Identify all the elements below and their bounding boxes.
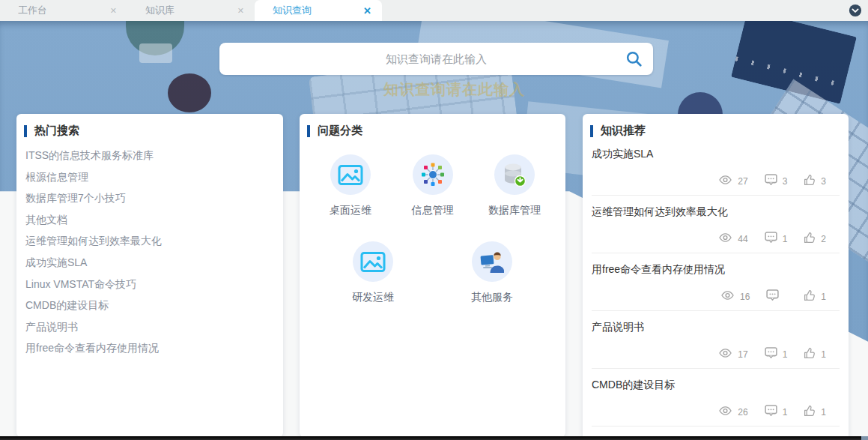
hot-search-item[interactable]: CMDB的建设目标 [25, 295, 274, 316]
like-count[interactable]: 1 [804, 347, 826, 361]
stat-value: 27 [738, 176, 747, 187]
thumbs-up-icon [804, 289, 816, 304]
category-item[interactable]: 其他服务 [458, 241, 526, 304]
comment-icon [766, 289, 779, 304]
tab-label: 知识查询 [273, 4, 362, 17]
plant-pot-decor [139, 43, 172, 63]
recommend-item: 成功实施SLA2733 [583, 138, 849, 195]
search-icon[interactable] [625, 50, 643, 67]
view-count[interactable]: 26 [718, 406, 747, 418]
hot-search-card: 热门搜索 ITSS的信息技术服务标准库根源信息管理数据库管理7个小技巧其他文档运… [16, 114, 283, 437]
category-item[interactable]: 研发运维 [339, 241, 407, 304]
stat-value: 17 [738, 349, 747, 360]
network-icon[interactable] [413, 154, 453, 195]
card-title: 问题分类 [318, 124, 362, 138]
search-input[interactable] [219, 43, 653, 75]
recommend-item: 用free命令查看内存使用情况161 [583, 253, 849, 310]
like-count[interactable]: 1 [804, 405, 826, 419]
stat-value: 1 [783, 234, 788, 244]
recommend-item-title[interactable]: CMDB的建设目标 [592, 379, 826, 392]
recommend-item-title[interactable]: 产品说明书 [592, 321, 826, 334]
picture-icon[interactable] [353, 241, 393, 282]
search-bar [219, 43, 653, 75]
view-count[interactable]: 16 [720, 290, 750, 303]
thumbs-up-icon [804, 405, 816, 419]
recommend-card: 知识推荐 成功实施SLA2733运维管理如何达到效率最大化4412用free命令… [583, 114, 849, 440]
stat-value: 16 [740, 292, 750, 302]
stat-value: 1 [821, 349, 826, 360]
tab-close-icon[interactable]: ✕ [236, 6, 246, 16]
comment-count[interactable]: 1 [765, 405, 788, 419]
categories-card: 问题分类 桌面运维信息管理数据库管理 研发运维其他服务 [300, 114, 565, 437]
category-label: 其他服务 [471, 291, 513, 304]
eye-icon [718, 348, 732, 361]
card-header: 知识推荐 [583, 114, 849, 138]
recommend-item-stats: 161 [592, 289, 826, 304]
category-row: 桌面运维信息管理数据库管理 [300, 154, 565, 217]
hot-search-item[interactable]: 产品说明书 [25, 316, 274, 338]
view-count[interactable]: 44 [718, 232, 747, 245]
chevron-down-icon[interactable] [849, 4, 862, 17]
comment-icon [765, 347, 777, 361]
view-count[interactable]: 27 [718, 175, 747, 187]
category-label: 桌面运维 [330, 204, 371, 217]
recommend-list: 成功实施SLA2733运维管理如何达到效率最大化4412用free命令查看内存使… [583, 138, 849, 440]
thumbs-up-icon [804, 174, 816, 188]
hot-search-item[interactable]: 成功实施SLA [25, 252, 274, 274]
like-count[interactable]: 3 [804, 174, 826, 188]
comment-count[interactable]: 1 [765, 347, 788, 361]
eye-icon [718, 175, 732, 187]
category-item[interactable]: 桌面运维 [316, 154, 385, 217]
comment-count[interactable]: 1 [765, 232, 788, 246]
scrollbar-corner [861, 436, 868, 440]
card-header: 问题分类 [300, 114, 565, 138]
tab-close-icon[interactable]: ✕ [362, 5, 373, 16]
hot-search-item[interactable]: 用free命令查看内存使用情况 [25, 337, 274, 359]
comment-icon [765, 174, 777, 188]
recommend-item-title[interactable]: 成功实施SLA [592, 148, 826, 161]
card-header: 热门搜索 [16, 114, 283, 138]
tab-bar: 工作台 ✕ 知识库 ✕ 知识查询 ✕ [0, 0, 868, 21]
like-count[interactable]: 1 [804, 289, 826, 304]
comment-count[interactable]: 3 [765, 174, 788, 188]
category-item[interactable]: 信息管理 [398, 154, 467, 217]
stat-value: 3 [783, 176, 788, 187]
recommend-item-stats: 1711 [592, 347, 826, 361]
title-bar-accent [24, 125, 27, 137]
stat-value: 1 [821, 407, 826, 418]
database-icon[interactable] [494, 154, 535, 195]
category-item[interactable]: 数据库管理 [480, 154, 549, 217]
tab-knowledge-query[interactable]: 知识查询 ✕ [255, 0, 382, 21]
stat-value: 2 [821, 234, 826, 244]
horizontal-scrollbar[interactable] [0, 436, 868, 440]
recommend-item-title[interactable]: 运维管理如何达到效率最大化 [592, 205, 826, 219]
eye-icon [718, 406, 732, 418]
eye-icon [720, 290, 735, 303]
stat-value: 3 [821, 176, 826, 187]
hot-search-item[interactable]: 数据库管理7个小技巧 [25, 187, 274, 209]
hot-search-item[interactable]: 其他文档 [25, 209, 274, 231]
recommend-item-stats: 2611 [592, 405, 826, 419]
coffee-cup-decor [168, 73, 211, 112]
person-icon[interactable] [472, 241, 512, 282]
stat-value: 1 [821, 292, 826, 302]
stat-value: 44 [738, 234, 747, 244]
title-bar-accent [590, 125, 593, 137]
recommend-item-title[interactable]: 用free命令查看内存使用情况 [592, 263, 826, 277]
picture-icon[interactable] [330, 154, 371, 195]
view-count[interactable]: 17 [718, 348, 747, 361]
tab-workbench[interactable]: 工作台 ✕ [0, 0, 127, 21]
search-ghost-text: 知识查询请在此输入 [383, 79, 525, 100]
comment-count[interactable] [766, 289, 787, 304]
hot-search-item[interactable]: 运维管理如何达到效率最大化 [25, 230, 274, 252]
comment-icon [765, 405, 777, 419]
tab-close-icon[interactable]: ✕ [109, 6, 118, 16]
tab-knowledge-base[interactable]: 知识库 ✕ [127, 0, 255, 21]
stat-value: 26 [738, 407, 747, 418]
stat-value: 1 [783, 349, 788, 360]
hot-search-item[interactable]: ITSS的信息技术服务标准库 [25, 145, 274, 166]
like-count[interactable]: 2 [804, 232, 826, 246]
eye-icon [718, 232, 732, 245]
hot-search-item[interactable]: Linux VMSTAT命令技巧 [25, 274, 274, 295]
hot-search-item[interactable]: 根源信息管理 [25, 166, 274, 188]
